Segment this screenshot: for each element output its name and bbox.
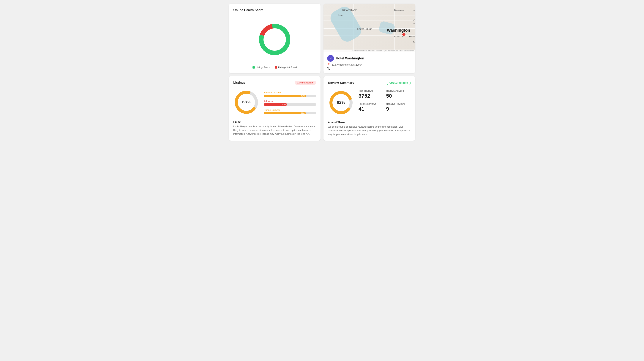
gmb-badge: GMB & Facebook: [387, 81, 411, 85]
listings-bars: Business Name 81% Address 44%: [264, 91, 316, 114]
legend-not-found-label: Listings Not Found: [278, 66, 297, 69]
legend-found-dot: [252, 66, 255, 68]
bar-fill-address: 44%: [264, 103, 287, 106]
stat-negative-value: 9: [386, 106, 411, 112]
listings-message: Hmm! Looks like you are listed incorrect…: [233, 120, 316, 136]
svg-text:68%: 68%: [242, 100, 250, 104]
map-background: Hyattsville Brookmont Mt Rainier Bladens…: [324, 4, 415, 52]
review-gauge-svg: 82%: [328, 90, 354, 116]
review-stats: Total Reviews 3752 Review Analyzed 50 Po…: [358, 90, 411, 112]
legend-not-found-dot: [275, 66, 277, 68]
bar-address: Address 44%: [264, 100, 316, 106]
health-score-card: Online Health Score Listings Found Listi…: [229, 4, 320, 73]
map-card: Hyattsville Brookmont Mt Rainier Bladens…: [324, 4, 415, 73]
hotel-name: Hotel Washington: [336, 56, 364, 60]
map-address: 📍 515, Washington, DC 20004: [327, 63, 412, 66]
phone-icon: 📞: [327, 67, 330, 70]
stat-total-reviews: Total Reviews 3752: [358, 90, 383, 99]
map-info: H Hotel Washington 📍 515, Washington, DC…: [324, 52, 415, 73]
health-score-donut-container: [233, 16, 316, 63]
place-avatar: H: [327, 55, 334, 62]
bar-business-name: Business Name 81%: [264, 91, 316, 97]
legend-not-found: Listings Not Found: [275, 66, 297, 69]
health-score-donut: [256, 21, 293, 58]
legend-found: Listings Found: [252, 66, 270, 69]
map-footer: Keyboard shortcuts Map data ©2023 Google…: [324, 49, 415, 52]
bar-label-address: Address: [264, 100, 316, 103]
bar-pct-business: 81%: [301, 95, 305, 97]
listings-msg-title: Hmm!: [233, 120, 316, 123]
stat-positive-label: Positive Reviews: [358, 103, 383, 105]
stat-analyzed: Review Analyzed 50: [386, 90, 411, 99]
review-card: Review Summary GMB & Facebook 82% Total …: [324, 76, 415, 141]
review-body: 82% Total Reviews 3752 Review Analyzed 5…: [328, 90, 411, 116]
bar-phone: Phone Number 80%: [264, 109, 316, 114]
bar-track-business: 81%: [264, 95, 316, 97]
bar-pct-phone: 80%: [301, 112, 304, 114]
inaccurate-badge: 32% Inaccurate: [294, 81, 316, 85]
stat-negative: Negative Reviews 9: [386, 103, 411, 112]
listings-msg-body: Looks like you are listed incorrectly in…: [233, 125, 316, 136]
review-msg-body: We see a couple of negative reviews spoi…: [328, 125, 411, 136]
bar-fill-phone: 80%: [264, 112, 306, 114]
bar-label-business: Business Name: [264, 91, 316, 94]
listings-card: Listings 32% Inaccurate 68% Business Nam…: [229, 76, 320, 141]
listings-gauge-svg: 68%: [233, 89, 260, 115]
donut-legend: Listings Found Listings Not Found: [233, 66, 316, 69]
bar-label-phone: Phone Number: [264, 109, 316, 111]
map-place-name: H Hotel Washington: [327, 55, 412, 62]
map-phone: 📞: [327, 67, 412, 70]
review-gauge: 82%: [328, 90, 354, 116]
legend-found-label: Listings Found: [256, 66, 270, 69]
dashboard: Online Health Score Listings Found Listi…: [229, 4, 415, 141]
stat-positive: Positive Reviews 41: [358, 103, 383, 112]
bar-track-phone: 80%: [264, 112, 316, 114]
review-msg-title: Almost There!: [328, 121, 411, 124]
review-header: Review Summary GMB & Facebook: [328, 81, 411, 85]
bar-fill-business: 81%: [264, 95, 306, 97]
bar-pct-address: 44%: [282, 103, 286, 105]
stat-negative-label: Negative Reviews: [386, 103, 411, 105]
avatar-initial: H: [330, 57, 332, 60]
listings-header: Listings 32% Inaccurate: [233, 81, 316, 85]
stat-analyzed-value: 50: [386, 93, 411, 99]
listings-gauge: 68%: [233, 89, 260, 116]
location-icon: 📍: [327, 63, 330, 66]
svg-text:82%: 82%: [337, 100, 345, 105]
stat-positive-value: 41: [358, 106, 383, 112]
bar-track-address: 44%: [264, 103, 316, 106]
stat-total-label: Total Reviews: [358, 90, 383, 92]
review-message: Almost There! We see a couple of negativ…: [328, 121, 411, 136]
listings-body: 68% Business Name 81% Address: [233, 89, 316, 116]
health-score-title: Online Health Score: [233, 8, 316, 12]
stat-total-value: 3752: [358, 93, 383, 99]
listings-title: Listings: [233, 81, 246, 85]
review-title: Review Summary: [328, 81, 354, 85]
address-text: 515, Washington, DC 20004: [332, 63, 362, 66]
stat-analyzed-label: Review Analyzed: [386, 90, 411, 92]
